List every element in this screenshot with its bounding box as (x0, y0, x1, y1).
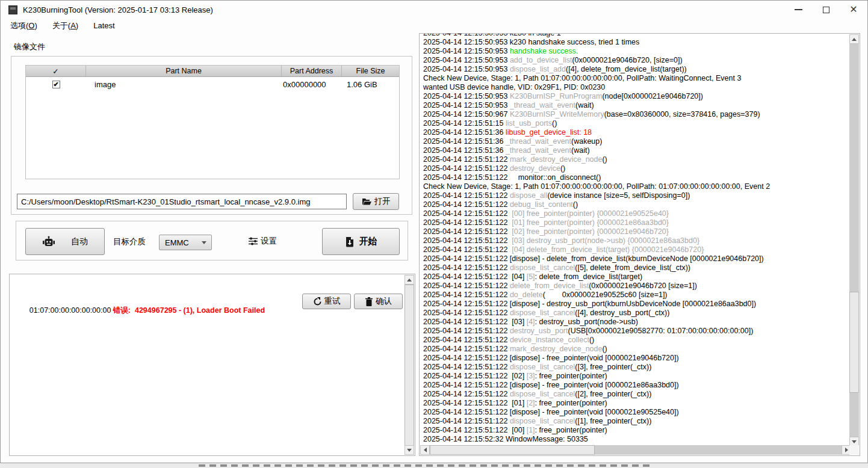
log-scroll-left-icon[interactable] (420, 445, 430, 455)
log-line: 2025-04-14 12:15:51:122 [dispose] - free… (423, 381, 849, 390)
trash-icon (365, 297, 373, 306)
log-vscroll-thumb[interactable] (849, 292, 859, 393)
log-line: 2025-04-14 12:15:51:122 monitor::on_disc… (423, 173, 849, 182)
log-line: 2025-04-14 12:15:51:122 [04] [5]: delete… (423, 272, 849, 282)
app-window: K230BurningTool (Version: 2025-01-17 03:… (0, 0, 868, 463)
retry-button-label: 重试 (324, 296, 341, 307)
auto-button[interactable]: 自动 (25, 228, 105, 255)
medium-select[interactable]: EMMC (159, 235, 212, 250)
log-line: 2025-04-14 12:15:51:122 mark_destroy_dev… (423, 155, 849, 164)
log-line: 2025-04-14 12:15:51:122 dispose_all(devi… (423, 191, 849, 200)
log-line: 2025-04-14 12:15:51:122 dispose_list_can… (423, 390, 849, 399)
log-line: 2025-04-14 12:15:51:122 [01] free_pointe… (423, 218, 849, 227)
cell-part-name[interactable]: image (86, 80, 282, 89)
log-line: 2025-04-14 12:15:51:122 [04] delete_from… (423, 245, 849, 254)
start-button[interactable]: 开始 (322, 228, 400, 255)
status-scrollbar[interactable] (405, 275, 414, 455)
settings-label: 设置 (261, 236, 277, 247)
scroll-up-icon[interactable] (405, 275, 414, 285)
log-line: 2025-04-14 12:15:51:122 dispose_list_can… (423, 263, 849, 272)
log-line: 2025-04-14 12:15:51:122 [dispose] - dele… (423, 254, 849, 263)
log-line: 2025-04-14 12:15:51:122 dispose_list_can… (423, 417, 849, 426)
log-horizontal-scrollbar[interactable] (420, 445, 851, 455)
minimize-button[interactable] (784, 1, 812, 19)
log-scroll-up-icon[interactable] (849, 34, 859, 44)
maximize-button[interactable] (812, 1, 840, 19)
log-line: 2025-04-14 12:15:50:953 dispose_list_add… (423, 65, 849, 74)
menu-about[interactable]: 关于(A) (52, 20, 78, 31)
partition-table[interactable]: ✓ Part Name Part Address File Size ✔imag… (25, 65, 400, 179)
occluded-text (199, 464, 650, 467)
log-line: 2025-04-14 12:15:51:122 destroy_device() (423, 164, 849, 173)
header-part-address[interactable]: Part Address (282, 66, 342, 76)
log-line: 2025-04-14 12:15:51:122 dispose_list_can… (423, 363, 849, 372)
log-line: 2025-04-14 12:15:51:122 destroy_usb_port… (423, 327, 849, 336)
log-line: 2025-04-14 12:15:51:122 mark_destroy_dev… (423, 345, 849, 354)
close-icon: ✕ (849, 5, 857, 14)
log-line: 2025-04-14 12:15:51:36 libusb_get_device… (423, 128, 849, 137)
image-group-label: 镜像文件 (14, 42, 45, 52)
table-row[interactable]: ✔image0x000000001.06 GiB (26, 77, 399, 91)
error-message: 错误: 4294967295 - (1), Loader Boot Failed (113, 306, 265, 315)
background-window-sliver (0, 463, 868, 468)
menu-latest[interactable]: Latest (93, 21, 114, 30)
log-line: 2025-04-14 12:15:50:953 k230 handshake s… (423, 38, 849, 47)
table-body: ✔image0x000000001.06 GiB (26, 77, 399, 91)
table-header: ✓ Part Name Part Address File Size (26, 66, 399, 77)
log-line: 2025-04-14 12:15:52:32 WindowMessage: 50… (423, 435, 849, 444)
log-line: wanted USB device handle, VID: 0x29F1, P… (423, 83, 849, 92)
log-hscroll-thumb[interactable] (430, 445, 595, 455)
log-line: 2025-04-14 12:15:51:122 [03] destroy_usb… (423, 236, 849, 245)
log-vertical-scrollbar[interactable] (849, 34, 859, 446)
target-medium-label: 目标介质 (113, 236, 146, 247)
log-line: 2025-04-14 12:15:51:36 _thread_wait_even… (423, 146, 849, 155)
log-line: 2025-04-14 12:15:51:122 [01] [2]: free_p… (423, 399, 849, 408)
app-icon (8, 5, 17, 14)
log-line: 2025-04-14 12:15:50:953 K230BurnISP_RunP… (423, 92, 849, 101)
log-line: 2025-04-14 12:15:51:122 do_delete( 0x000… (423, 291, 849, 300)
robot-icon (42, 236, 55, 248)
auto-button-label: 自动 (71, 236, 88, 247)
confirm-button-label: 确认 (376, 296, 392, 307)
log-line: 2025-04-14 12:15:51:122 [dispose] - free… (423, 354, 849, 363)
row-checkbox[interactable]: ✔ (52, 81, 60, 88)
log-line: 2025-04-14 12:15:51:36 _thread_wait_even… (423, 137, 849, 146)
scroll-down-icon[interactable] (405, 445, 414, 455)
retry-button[interactable]: 重试 (302, 294, 351, 309)
header-check[interactable]: ✓ (26, 66, 86, 76)
sliders-icon (248, 236, 258, 246)
device-path: 01:07:00:00:00:00:00:00 (29, 306, 113, 315)
controls-box: 自动 目标介质 EMMC 设置 开始 (16, 221, 408, 260)
log-panel[interactable]: 2025-04-14 12:15:50:953 k230 in stage 12… (419, 33, 860, 456)
log-lines: 2025-04-14 12:15:50:953 k230 in stage 12… (423, 34, 849, 444)
log-line: Check New Device, Stage: 1, Path 01:07:0… (423, 74, 849, 83)
refresh-icon (313, 297, 322, 306)
log-line: 2025-04-14 12:15:50:953 _thread_wait_eve… (423, 101, 849, 110)
log-line: 2025-04-14 12:15:50:953 add_to_device_li… (423, 56, 849, 65)
window-title: K230BurningTool (Version: 2025-01-17 03:… (23, 5, 213, 14)
log-line: 2025-04-14 12:15:51:122 [dispose] - dest… (423, 300, 849, 309)
log-line: 2025-04-14 12:15:51:122 dispose_list_can… (423, 309, 849, 318)
log-line: 2025-04-14 12:15:50:953 k230 in stage 1 (423, 34, 849, 38)
status-panel[interactable]: 01:07:00:00:00:00:00:00 错误: 4294967295 -… (9, 274, 415, 456)
cell-file-size: 1.06 GiB (342, 80, 399, 89)
close-button[interactable]: ✕ (840, 1, 867, 19)
minimize-icon (795, 9, 802, 10)
status-scroll-thumb[interactable] (405, 285, 414, 446)
log-line: 2025-04-14 12:15:51:122 delete_from_devi… (423, 282, 849, 291)
settings-button[interactable]: 设置 (248, 236, 277, 247)
confirm-button[interactable]: 确认 (354, 294, 403, 309)
start-button-label: 开始 (359, 236, 377, 247)
download-icon (345, 236, 355, 247)
image-path-input[interactable] (17, 194, 347, 209)
menu-options[interactable]: 选项(O) (10, 20, 37, 31)
open-button-label: 打开 (374, 196, 391, 207)
log-line: 2025-04-14 12:15:51:122 device_instance_… (423, 336, 849, 345)
log-line: 2025-04-14 12:15:51:122 [02] free_pointe… (423, 227, 849, 236)
log-line: 2025-04-14 12:15:51:122 [00] free_pointe… (423, 209, 849, 218)
status-line: 01:07:00:00:00:00:00:00 错误: 4294967295 -… (17, 297, 265, 324)
open-button[interactable]: 打开 (353, 193, 399, 210)
header-file-size[interactable]: File Size (342, 66, 399, 76)
log-line: 2025-04-14 12:15:51:122 debug_list_conte… (423, 200, 849, 209)
header-part-name[interactable]: Part Name (86, 66, 282, 76)
